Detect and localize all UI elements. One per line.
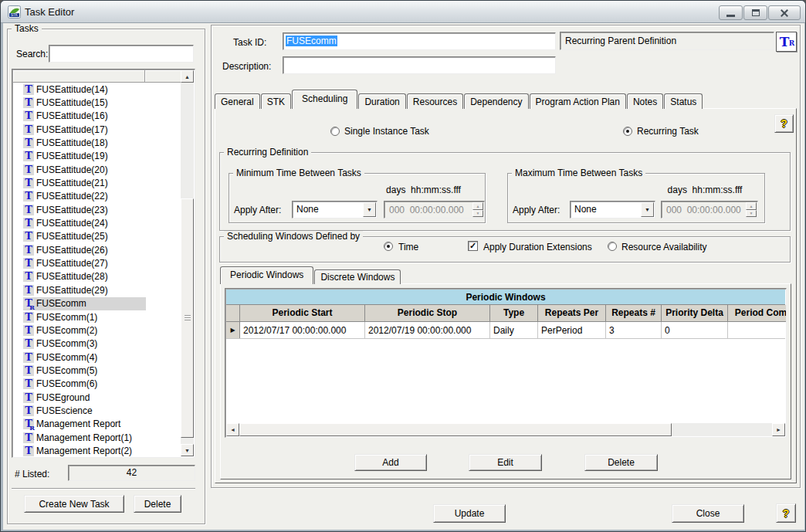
task-list-item[interactable]: TFUSEattitude(17) xyxy=(13,123,182,136)
task-label: FUSEattitude(24) xyxy=(36,218,108,229)
min-apply-after-combo[interactable]: None ▼ xyxy=(292,201,378,219)
task-list-item[interactable]: TFUSEattitude(26) xyxy=(13,243,182,256)
periodic-windows-grid[interactable]: Periodic Windows Periodic StartPeriodic … xyxy=(225,288,787,438)
tab-stk[interactable]: STK xyxy=(261,93,291,109)
task-list-header-col2[interactable] xyxy=(145,70,182,83)
min-duration-spinner[interactable]: 000 00:00:00.000 ▲▼ xyxy=(384,201,485,219)
close-button[interactable]: Close xyxy=(672,504,744,523)
row-selector-icon[interactable]: ▶ xyxy=(226,322,240,338)
add-window-button[interactable]: Add xyxy=(354,454,427,471)
create-new-task-button[interactable]: Create New Task xyxy=(24,495,124,513)
single-instance-radio[interactable] xyxy=(330,127,340,136)
task-list-item[interactable]: TFUSEcomm(5) xyxy=(13,364,182,377)
task-list-item[interactable]: TFUSEattitude(24) xyxy=(13,216,182,229)
resource-availability-radio[interactable] xyxy=(608,242,617,251)
recurring-task-radio[interactable] xyxy=(623,127,632,136)
recurring-definition-label: Recurring Definition xyxy=(224,147,311,158)
delete-window-button[interactable]: Delete xyxy=(584,454,658,471)
combo-arrow-icon[interactable]: ▼ xyxy=(363,202,376,217)
scroll-left-icon[interactable]: ◄ xyxy=(226,423,239,436)
scroll-up-icon[interactable]: ▲ xyxy=(181,70,194,83)
task-label: FUSEattitude(15) xyxy=(36,97,108,108)
combo-arrow-icon[interactable]: ▼ xyxy=(641,202,654,217)
task-list-item[interactable]: TFUSEattitude(28) xyxy=(13,270,182,283)
task-list-item[interactable]: TFUSEcomm(1) xyxy=(13,310,182,324)
delete-task-button[interactable]: Delete xyxy=(134,495,181,513)
hscrollbar-thumb[interactable] xyxy=(239,423,672,436)
recurring-task-icon-button[interactable]: TR xyxy=(776,32,797,52)
task-list-header-col1[interactable] xyxy=(13,70,145,83)
task-label: FUSEattitude(22) xyxy=(36,191,108,202)
task-list-item[interactable]: TFUSEground xyxy=(13,391,182,404)
thumb-grip xyxy=(185,315,191,320)
task-list-item[interactable]: TFUSEattitude(19) xyxy=(13,150,182,163)
task-icon: T xyxy=(23,124,34,135)
task-list-scrollbar[interactable]: ▲ ▼ xyxy=(181,70,194,456)
tab-program-action-plan[interactable]: Program Action Plan xyxy=(530,93,626,109)
task-list-item[interactable]: TFUSEattitude(15) xyxy=(13,96,182,109)
task-list-item[interactable]: TFUSEscience xyxy=(13,404,182,417)
max-apply-after-combo[interactable]: None ▼ xyxy=(570,201,655,219)
task-list-item[interactable]: TRFUSEcomm xyxy=(13,297,182,310)
update-button[interactable]: Update xyxy=(433,504,506,523)
task-list-item[interactable]: TFUSEattitude(16) xyxy=(13,110,182,123)
task-list-item[interactable]: TFUSEattitude(14) xyxy=(13,83,182,96)
spin-down-icon[interactable]: ▼ xyxy=(472,210,483,218)
task-id-input[interactable]: FUSEcomm xyxy=(283,32,556,50)
grid-data-row[interactable]: ▶2012/07/17 00:00:00.0002012/07/19 00:00… xyxy=(226,322,785,339)
scroll-right-icon[interactable]: ► xyxy=(772,423,785,436)
grid-column-repeats-per: Repeats Per xyxy=(538,305,606,322)
spin-up-icon[interactable]: ▲ xyxy=(472,202,483,210)
tab-status[interactable]: Status xyxy=(664,93,703,109)
scrollbar-thumb[interactable] xyxy=(181,198,194,438)
task-label: FUSEattitude(16) xyxy=(36,110,108,121)
task-label: FUSEcomm(2) xyxy=(36,325,97,336)
task-list-item[interactable]: TFUSEattitude(29) xyxy=(13,283,182,296)
tab-notes[interactable]: Notes xyxy=(627,93,663,109)
task-list[interactable]: TFUSEattitude(14)TFUSEattitude(15)TFUSEa… xyxy=(12,69,195,458)
search-input[interactable] xyxy=(49,45,194,63)
scheduling-help-button[interactable]: ? xyxy=(774,114,794,133)
maximize-button[interactable] xyxy=(743,5,767,20)
task-list-item[interactable]: TManagement Report(1) xyxy=(13,431,182,444)
task-list-item[interactable]: TFUSEattitude(18) xyxy=(13,136,182,149)
edit-window-button[interactable]: Edit xyxy=(469,454,542,471)
task-list-item[interactable]: TFUSEattitude(22) xyxy=(13,190,182,203)
tab-periodic-windows[interactable]: Periodic Windows xyxy=(220,266,313,284)
close-window-button[interactable] xyxy=(768,5,801,20)
task-list-item[interactable]: TFUSEattitude(27) xyxy=(13,256,182,269)
task-label: FUSEcomm(3) xyxy=(36,338,97,349)
task-list-item[interactable]: TFUSEcomm(4) xyxy=(13,351,182,364)
minimize-button[interactable] xyxy=(719,5,743,20)
task-list-item[interactable]: TManagement Report(2) xyxy=(13,444,182,456)
tab-duration[interactable]: Duration xyxy=(358,93,405,109)
dialog-help-button[interactable]: ? xyxy=(776,503,796,523)
apply-duration-extensions-label: Apply Duration Extensions xyxy=(483,242,592,252)
task-list-item[interactable]: TFUSEcomm(6) xyxy=(13,378,182,391)
task-list-item[interactable]: TFUSEcomm(3) xyxy=(13,337,182,351)
task-icon: T xyxy=(23,231,34,242)
grid-hscrollbar[interactable]: ◄ ► xyxy=(226,423,785,436)
tab-discrete-windows[interactable]: Discrete Windows xyxy=(314,269,401,284)
spin-down-icon[interactable]: ▼ xyxy=(746,210,757,218)
max-duration-spinner[interactable]: 000 00:00:00.000 ▲▼ xyxy=(661,201,758,219)
description-input[interactable] xyxy=(283,56,556,74)
time-radio[interactable] xyxy=(384,242,393,251)
task-list-item[interactable]: TFUSEattitude(25) xyxy=(13,230,182,243)
time-label: Time xyxy=(398,242,418,252)
task-list-item[interactable]: TFUSEattitude(23) xyxy=(13,203,182,216)
task-list-item[interactable]: TFUSEcomm(2) xyxy=(13,324,182,337)
scroll-down-icon[interactable]: ▼ xyxy=(181,444,194,456)
spin-up-icon[interactable]: ▲ xyxy=(746,202,757,210)
apply-duration-extensions-checkbox[interactable]: ✓ xyxy=(468,241,478,251)
task-label: FUSEcomm(6) xyxy=(36,378,97,389)
task-list-item[interactable]: TFUSEattitude(20) xyxy=(13,163,182,176)
titlebar[interactable]: STK Task Editor xyxy=(1,1,805,23)
task-label: FUSEground xyxy=(36,392,90,403)
tab-scheduling[interactable]: Scheduling xyxy=(292,90,357,109)
task-list-item[interactable]: TRManagement Report xyxy=(13,418,182,431)
tab-resources[interactable]: Resources xyxy=(407,93,463,109)
task-list-item[interactable]: TFUSEattitude(21) xyxy=(13,176,182,189)
tab-general[interactable]: General xyxy=(215,93,260,109)
tab-dependency[interactable]: Dependency xyxy=(464,93,528,109)
